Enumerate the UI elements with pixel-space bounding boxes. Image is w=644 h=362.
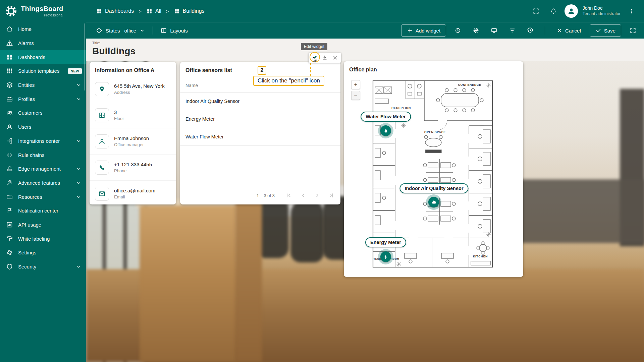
customers-icon: [6, 109, 13, 116]
expand-dashboard-button[interactable]: [627, 24, 639, 37]
office-plan-widget: Office plan + −: [344, 61, 523, 277]
sidebar-item-solution-templates[interactable]: Solution templatesNEW: [0, 64, 86, 78]
last-page-button[interactable]: [324, 189, 338, 202]
sidebar-scrollbar[interactable]: [84, 23, 85, 90]
add-widget-button[interactable]: Add widget: [401, 24, 446, 37]
energy-meter-marker[interactable]: [378, 249, 393, 264]
water-flow-meter-label[interactable]: Water Flow Meter: [361, 112, 411, 122]
user-role: Tenant administrator: [583, 11, 621, 17]
water-flow-meter-marker[interactable]: [378, 123, 393, 138]
floor-plan-icon: [95, 108, 109, 122]
sidebar-item-integrations-center[interactable]: Integrations center: [0, 134, 86, 148]
breadcrumb-item-all[interactable]: All: [146, 8, 161, 14]
dashboard-settings-button[interactable]: [470, 24, 482, 37]
sidebar-item-alarms[interactable]: Alarms: [0, 36, 86, 50]
table-row[interactable]: Water Flow Meter: [180, 128, 340, 146]
sidebar-item-rule-chains[interactable]: Rule chains: [0, 148, 86, 162]
room-label-reception: RECEPTION: [391, 106, 411, 110]
display-icon: [491, 27, 497, 34]
title-field-label: Title*: [92, 41, 644, 45]
fullscreen-button[interactable]: [530, 5, 542, 17]
new-badge: NEW: [68, 68, 82, 74]
previous-page-button[interactable]: [296, 189, 310, 202]
avatar[interactable]: [565, 4, 578, 18]
sidebar-item-security[interactable]: Security: [0, 260, 86, 274]
breadcrumb: Dashboards > All > Buildings: [96, 8, 205, 14]
energy-meter-label[interactable]: Energy Meter: [365, 237, 406, 247]
chevron-right-icon: [314, 192, 321, 199]
brand-tagline: Professional: [21, 13, 63, 17]
remove-widget-button[interactable]: [330, 53, 340, 62]
gear-icon: [473, 27, 479, 34]
chevron-down-icon: [75, 194, 82, 200]
close-icon: [332, 55, 338, 61]
zoom-out-button[interactable]: −: [351, 91, 360, 100]
room-label-conference: CONFERENCE: [458, 83, 481, 86]
zoom-in-button[interactable]: +: [351, 80, 360, 89]
user-info[interactable]: John Doe Tenant administrator: [583, 5, 621, 16]
info-row-phone: +1 121 333 4455Phone: [90, 155, 176, 181]
chevron-down-icon: [75, 138, 82, 144]
plus-icon: [407, 27, 413, 34]
brand-name: ThingsBoard: [21, 5, 63, 13]
table-row[interactable]: Indoor Air Quality Sensor: [180, 93, 340, 110]
manage-layouts-button[interactable]: [488, 24, 500, 37]
export-widget-button[interactable]: [320, 53, 329, 62]
tutorial-step-number: 2: [258, 66, 266, 75]
email-icon: [95, 187, 109, 201]
energy-icon: [383, 254, 389, 260]
notifications-button[interactable]: [547, 5, 560, 17]
indoor-air-quality-sensor-label[interactable]: Indoor Air Quality Sensor: [399, 183, 468, 193]
breadcrumb-item-dashboards[interactable]: Dashboards: [96, 8, 134, 14]
sidebar-item-profiles[interactable]: Profiles: [0, 92, 86, 106]
next-page-button[interactable]: [310, 189, 324, 202]
version-history-button[interactable]: [524, 24, 537, 37]
sidebar-item-notification-center[interactable]: Notification center: [0, 204, 86, 218]
sidebar-item-api-usage[interactable]: API usage: [0, 218, 86, 232]
fullscreen-icon: [533, 8, 539, 14]
page-title[interactable]: Buildings: [92, 46, 644, 57]
location-icon: [95, 82, 109, 96]
app-root: ThingsBoard Professional Home Alarms Das…: [0, 0, 644, 362]
states-selector[interactable]: States office: [96, 24, 145, 37]
sidebar-item-settings[interactable]: Settings: [0, 246, 86, 260]
fullscreen-icon: [630, 27, 636, 34]
widget-title: Information on Office A: [90, 62, 176, 76]
white-labeling-icon: [6, 235, 13, 242]
download-icon: [322, 55, 328, 61]
sidebar-item-users[interactable]: Users: [0, 120, 86, 134]
sidebar-item-home[interactable]: Home: [0, 22, 86, 36]
mouse-cursor-icon: [312, 56, 319, 63]
time-window-button[interactable]: [451, 24, 464, 37]
map-zoom-controls: + −: [351, 80, 360, 100]
sidebar-item-dashboards[interactable]: Dashboards: [0, 50, 86, 64]
sidebar-item-resources[interactable]: Resources: [0, 190, 86, 204]
breadcrumb-item-buildings[interactable]: Buildings: [174, 8, 205, 14]
more-menu-button[interactable]: [625, 5, 638, 17]
indoor-air-quality-sensor-marker[interactable]: [426, 194, 441, 210]
check-icon: [595, 27, 601, 34]
filter-icon: [509, 27, 516, 34]
sidebar-item-white-labeling[interactable]: White labeling: [0, 232, 86, 246]
chevron-down-icon: [75, 82, 82, 88]
dashboards-icon: [6, 54, 13, 61]
sidebar-item-customers[interactable]: Customers: [0, 106, 86, 120]
sidebar-item-edge-management[interactable]: Edge management: [0, 162, 86, 176]
save-button[interactable]: Save: [590, 24, 621, 37]
layouts-button[interactable]: Layouts: [160, 24, 188, 37]
info-row-address: 645 5th Ave, New YorkAddress: [90, 76, 176, 102]
phone-icon: [95, 161, 109, 175]
widget-title: Office plan: [344, 61, 523, 75]
sidebar-item-advanced-features[interactable]: Advanced features: [0, 176, 86, 190]
breadcrumb-separator: >: [139, 8, 142, 14]
edit-widget-tooltip: Edit widget: [301, 43, 327, 50]
brand-logo[interactable]: ThingsBoard Professional: [0, 0, 86, 22]
entity-filter-button[interactable]: [506, 24, 519, 37]
chevron-left-icon: [300, 192, 307, 199]
cancel-button[interactable]: Cancel: [553, 24, 584, 37]
table-row[interactable]: Energy Meter: [180, 110, 340, 128]
sidebar-item-entities[interactable]: Entities: [0, 78, 86, 92]
office-info-widget: Information on Office A 645 5th Ave, New…: [90, 62, 176, 204]
first-page-button[interactable]: [282, 189, 296, 202]
dashboards-icon: [174, 8, 180, 14]
